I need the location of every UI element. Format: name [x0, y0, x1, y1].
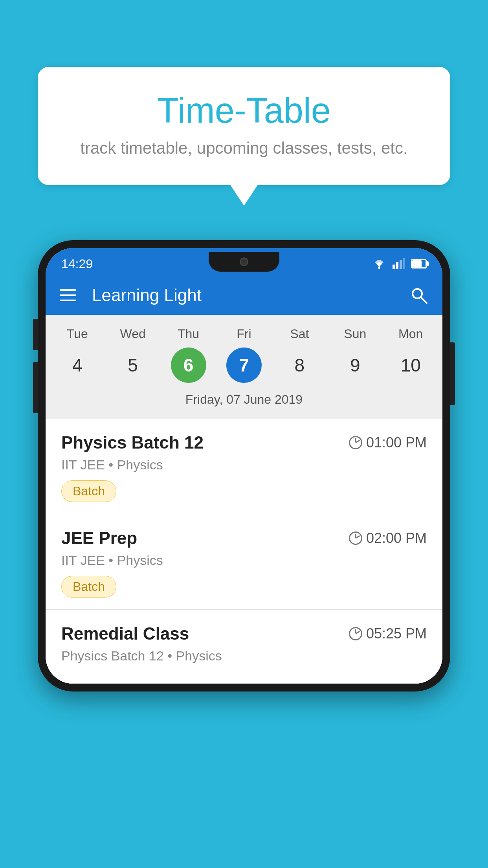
svg-point-5 [413, 289, 422, 298]
class-item[interactable]: Remedial Class05:25 PMPhysics Batch 12 •… [46, 610, 442, 684]
status-time: 14:29 [61, 257, 93, 271]
selected-date-label: Friday, 07 June 2019 [50, 387, 438, 415]
phone-button-left2 [33, 362, 38, 413]
class-time: 05:25 PM [349, 625, 427, 642]
day-column[interactable]: Mon10 [385, 327, 436, 383]
class-item[interactable]: JEE Prep02:00 PMIIT JEE • PhysicsBatch [46, 514, 442, 610]
svg-rect-2 [396, 262, 398, 269]
day-label: Tue [67, 327, 88, 341]
app-bar: Learning Light [46, 276, 442, 315]
bubble-subtitle: track timetable, upcoming classes, tests… [69, 139, 419, 158]
calendar-section: Tue4Wed5Thu6Fri7Sat8Sun9Mon10 Friday, 07… [46, 315, 442, 419]
class-meta: IIT JEE • Physics [61, 457, 427, 473]
search-icon [409, 286, 428, 305]
status-icons [372, 258, 427, 269]
day-number[interactable]: 4 [60, 348, 95, 383]
wifi-icon [372, 258, 387, 269]
search-button[interactable] [409, 286, 428, 305]
day-label: Wed [120, 327, 146, 341]
phone-notch [209, 252, 279, 272]
svg-rect-4 [403, 258, 405, 269]
time-text: 02:00 PM [366, 530, 427, 546]
time-text: 01:00 PM [366, 434, 427, 451]
class-name: Physics Batch 12 [61, 433, 204, 452]
day-number[interactable]: 7 [226, 348, 262, 383]
day-number[interactable]: 8 [282, 348, 317, 383]
day-column[interactable]: Tue4 [52, 327, 103, 383]
app-title: Learning Light [92, 285, 398, 305]
days-row: Tue4Wed5Thu6Fri7Sat8Sun9Mon10 [50, 323, 438, 387]
class-list: Physics Batch 1201:00 PMIIT JEE • Physic… [46, 419, 442, 684]
batch-badge: Batch [61, 576, 116, 598]
phone-screen: 14:29 [46, 248, 442, 684]
day-label: Sun [344, 327, 366, 341]
signal-icon [393, 258, 405, 269]
day-column[interactable]: Sun9 [330, 327, 381, 383]
class-meta: Physics Batch 12 • Physics [61, 648, 427, 664]
day-number[interactable]: 6 [171, 348, 206, 383]
svg-rect-1 [393, 265, 395, 269]
class-meta: IIT JEE • Physics [61, 553, 427, 568]
clock-icon [349, 436, 362, 449]
time-text: 05:25 PM [366, 625, 427, 642]
phone-button-right [450, 342, 455, 405]
day-label: Mon [398, 327, 423, 341]
day-column[interactable]: Sat8 [274, 327, 325, 383]
svg-rect-3 [400, 260, 402, 269]
svg-line-6 [421, 298, 427, 303]
day-column[interactable]: Fri7 [218, 327, 270, 383]
class-item[interactable]: Physics Batch 1201:00 PMIIT JEE • Physic… [46, 419, 442, 514]
clock-icon [349, 531, 362, 545]
class-item-header: Physics Batch 1201:00 PM [61, 433, 427, 452]
class-item-header: Remedial Class05:25 PM [61, 624, 427, 644]
clock-icon [349, 627, 362, 640]
speech-bubble: Time-Table track timetable, upcoming cla… [38, 67, 450, 185]
day-label: Thu [178, 327, 199, 341]
svg-point-0 [378, 267, 380, 269]
day-number[interactable]: 5 [115, 348, 150, 383]
phone-button-left [33, 319, 38, 350]
class-item-header: JEE Prep02:00 PM [61, 528, 427, 548]
batch-badge: Batch [61, 480, 116, 502]
phone-outer: 14:29 [38, 240, 450, 691]
day-column[interactable]: Thu6 [163, 327, 214, 383]
day-label: Sat [290, 327, 309, 341]
camera-dot [240, 257, 248, 266]
class-time: 02:00 PM [349, 530, 427, 546]
class-name: Remedial Class [61, 624, 189, 644]
bubble-title: Time-Table [69, 90, 419, 131]
class-name: JEE Prep [61, 528, 137, 548]
day-label: Fri [237, 327, 251, 341]
hamburger-icon[interactable] [60, 289, 76, 301]
class-time: 01:00 PM [349, 434, 427, 451]
day-number[interactable]: 10 [393, 348, 428, 383]
battery-icon [411, 259, 427, 268]
phone-mockup: 14:29 [38, 240, 450, 691]
day-number[interactable]: 9 [338, 348, 373, 383]
day-column[interactable]: Wed5 [107, 327, 158, 383]
